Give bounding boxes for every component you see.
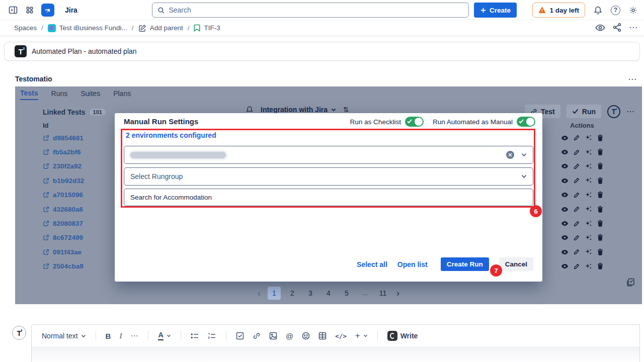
- delete-icon[interactable]: [597, 177, 604, 185]
- image-icon[interactable]: [269, 332, 277, 340]
- more-icon[interactable]: ⋯: [629, 22, 638, 33]
- delete-icon[interactable]: [597, 262, 604, 270]
- edit-icon[interactable]: [573, 192, 580, 199]
- select-all-button[interactable]: Select all: [357, 260, 387, 268]
- jira-logo[interactable]: [41, 4, 54, 17]
- delete-icon[interactable]: [597, 220, 604, 227]
- run-automated-as-manual-toggle[interactable]: [517, 117, 535, 127]
- delete-icon[interactable]: [597, 234, 604, 241]
- notify-bell-icon[interactable]: [246, 106, 254, 114]
- breadcrumb-space[interactable]: Test iBusiness Fundi...: [48, 24, 127, 32]
- test-id-link[interactable]: 432680a6: [53, 206, 83, 213]
- app-switcher-icon[interactable]: [25, 6, 34, 15]
- delete-icon[interactable]: [597, 248, 604, 256]
- ai-sparkles-icon[interactable]: [585, 234, 592, 241]
- view-icon[interactable]: [561, 134, 569, 142]
- view-icon[interactable]: [561, 234, 569, 241]
- delete-icon[interactable]: [597, 191, 604, 199]
- delete-icon[interactable]: [597, 148, 604, 156]
- sort-icon[interactable]: ⇅: [343, 106, 349, 114]
- editor-content-area[interactable]: [32, 347, 639, 362]
- open-list-button[interactable]: Open list: [397, 260, 428, 268]
- run-button[interactable]: Run: [567, 105, 601, 118]
- ai-sparkles-icon[interactable]: [585, 149, 592, 156]
- tab-runs[interactable]: Runs: [51, 89, 68, 100]
- test-id-link[interactable]: 230f2a92: [53, 162, 82, 170]
- edit-icon[interactable]: [573, 220, 580, 227]
- pagination-page[interactable]: 11: [376, 287, 389, 300]
- pagination-page[interactable]: 1: [268, 287, 281, 300]
- run-as-checklist-toggle[interactable]: [405, 117, 424, 127]
- ai-sparkles-icon[interactable]: [585, 220, 592, 227]
- automated-plan-card[interactable]: T Automated Plan - automated plan: [4, 42, 640, 61]
- ai-sparkles-icon[interactable]: [585, 206, 592, 213]
- test-id-link[interactable]: 2504cba9: [53, 262, 84, 270]
- view-icon[interactable]: [561, 177, 569, 185]
- trial-badge[interactable]: 1 day left: [532, 3, 585, 18]
- delete-icon[interactable]: [597, 206, 604, 213]
- clear-icon[interactable]: [506, 151, 514, 159]
- bold-button[interactable]: B: [106, 332, 111, 340]
- share-icon[interactable]: [612, 22, 622, 33]
- ai-write-button[interactable]: Write: [387, 331, 418, 341]
- watch-eye-icon[interactable]: [595, 22, 605, 33]
- edit-icon[interactable]: [573, 134, 580, 141]
- test-id-link[interactable]: 8c672499: [53, 234, 83, 241]
- pagination-page[interactable]: 4: [322, 287, 335, 300]
- ai-sparkles-icon[interactable]: [585, 177, 592, 184]
- test-id-link[interactable]: b1b92d32: [53, 177, 84, 185]
- edit-icon[interactable]: [573, 234, 580, 241]
- test-id-link[interactable]: 82080837: [53, 220, 83, 227]
- create-button[interactable]: Create: [474, 3, 517, 18]
- test-id-link[interactable]: fb5a2bf6: [53, 148, 81, 156]
- create-run-button[interactable]: Create Run: [441, 257, 489, 271]
- tab-tests[interactable]: Tests: [20, 89, 38, 100]
- edit-icon[interactable]: [573, 248, 580, 255]
- test-id-link[interactable]: 091f43ae: [53, 248, 82, 256]
- global-search[interactable]: [152, 3, 469, 18]
- pagination-page[interactable]: 2: [286, 287, 299, 300]
- italic-button[interactable]: I: [119, 332, 122, 340]
- edit-icon[interactable]: [573, 177, 580, 184]
- view-icon[interactable]: [561, 248, 569, 256]
- ai-sparkles-icon[interactable]: [585, 134, 592, 141]
- ai-sparkles-icon[interactable]: [585, 192, 592, 199]
- checklist-icon[interactable]: [626, 278, 635, 287]
- breadcrumb-issue[interactable]: TIF-3: [194, 24, 220, 32]
- help-icon[interactable]: ?: [611, 6, 620, 15]
- pagination-next[interactable]: ›: [394, 288, 401, 299]
- environment-select[interactable]: [124, 146, 533, 164]
- notifications-icon[interactable]: [593, 6, 603, 15]
- tab-suites[interactable]: Suites: [80, 89, 100, 100]
- view-icon[interactable]: [561, 206, 569, 213]
- settings-gear-icon[interactable]: [628, 6, 638, 15]
- delete-icon[interactable]: [597, 134, 604, 142]
- mention-icon[interactable]: @: [286, 332, 293, 340]
- delete-icon[interactable]: [597, 162, 604, 170]
- view-icon[interactable]: [561, 162, 569, 170]
- chevron-down-icon[interactable]: [521, 174, 527, 178]
- pagination-page[interactable]: 3: [304, 287, 317, 300]
- environments-configured-link[interactable]: 2 environments configured: [126, 131, 216, 139]
- insert-more-button[interactable]: +: [355, 331, 368, 341]
- numbered-list-icon[interactable]: [208, 332, 216, 340]
- code-block-icon[interactable]: </>: [335, 332, 347, 340]
- search-tests-input[interactable]: Search for Accommodation: [124, 189, 533, 206]
- edit-icon[interactable]: [573, 163, 580, 170]
- text-style-dropdown[interactable]: Normal text: [42, 332, 86, 340]
- table-icon[interactable]: [318, 332, 327, 340]
- bullet-list-icon[interactable]: [191, 332, 199, 340]
- sidebar-toggle-icon[interactable]: [8, 5, 18, 15]
- view-icon[interactable]: [561, 262, 569, 270]
- text-color-button[interactable]: A: [158, 331, 171, 340]
- widget-actions-more-icon[interactable]: ⋯: [626, 107, 635, 116]
- add-parent-button[interactable]: Add parent: [138, 24, 183, 32]
- emoji-icon[interactable]: [302, 332, 310, 340]
- breadcrumb-spaces[interactable]: Spaces: [14, 24, 37, 32]
- edit-icon[interactable]: [573, 149, 580, 156]
- link-icon[interactable]: [253, 332, 261, 340]
- text-format-more-icon[interactable]: ⋯: [130, 331, 138, 340]
- ai-sparkles-icon[interactable]: [585, 263, 592, 270]
- view-icon[interactable]: [561, 220, 569, 227]
- task-checkbox-icon[interactable]: [236, 332, 244, 340]
